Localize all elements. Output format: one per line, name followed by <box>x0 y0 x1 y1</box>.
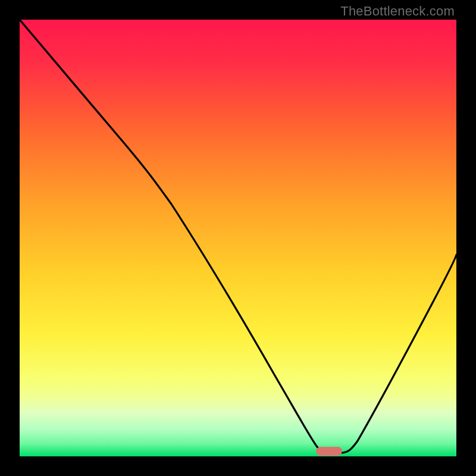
optimal-marker <box>316 447 342 456</box>
bottleneck-curve <box>20 20 456 456</box>
watermark-text: TheBottleneck.com <box>340 4 455 19</box>
chart-frame: TheBottleneck.com <box>0 0 476 476</box>
plot-area <box>20 20 456 456</box>
